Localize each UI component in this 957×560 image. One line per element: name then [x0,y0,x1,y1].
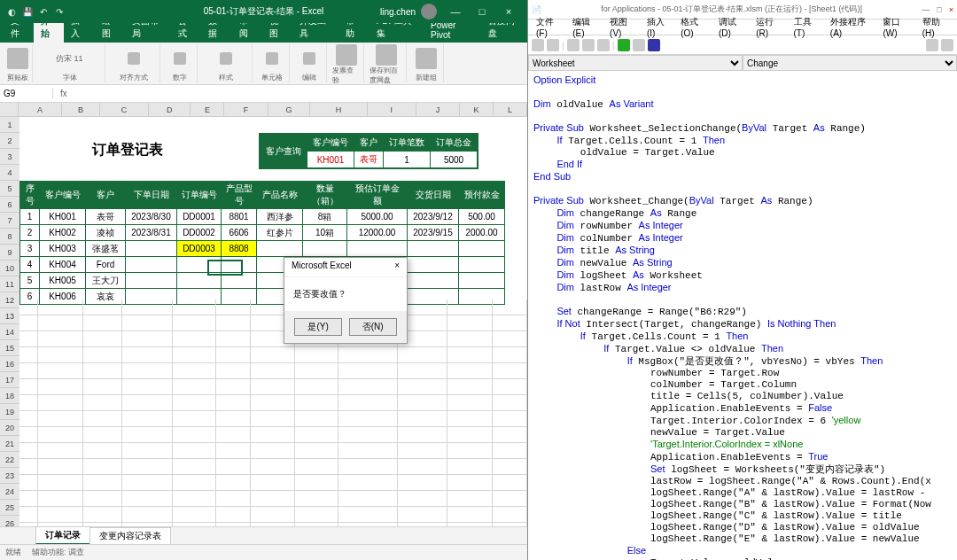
vba-tool-icon[interactable] [926,39,938,51]
camera-icon[interactable] [416,48,437,69]
workbook-title: 05-01-订单登记表-结果 - Excel [204,5,324,18]
status-accessibility: 辅助功能: 调查 [32,547,84,558]
minimize-button[interactable]: — [442,0,469,23]
query-box: 客户查询 客户编号 客户 订单笔数 订单总金 KH001 表哥 1 5000 [259,133,478,169]
close-button[interactable]: × [495,0,522,23]
save-icon[interactable]: 💾 [21,5,34,18]
cells-icon[interactable] [266,52,278,65]
vba-tool2-icon[interactable] [941,39,953,51]
vba-toolbar: | | [528,35,957,55]
vba-stop-icon[interactable] [648,39,660,51]
vba-title: for Applications - 05-01-订单登记表-结果.xlsm (… [541,4,922,15]
fx-icon[interactable]: fx [53,89,74,98]
table-row[interactable]: 3KH003张盛茗DD00038808 [20,241,505,257]
paste-icon[interactable] [7,48,28,69]
vba-minimize-button[interactable]: — [922,5,930,14]
vba-code-editor[interactable]: Option Explicit Dim oldValue As Variant … [528,71,957,560]
msgbox-close-icon[interactable]: × [394,261,400,274]
edit-icon[interactable] [303,52,315,65]
vba-close-button[interactable]: × [949,5,953,14]
data-table[interactable]: 序号客户编号客户下单日期订单编号产品型号产品名称数量（箱）预估订单金额交货日期预… [19,181,505,305]
user-avatar-icon[interactable] [421,4,437,19]
msgbox-body: 是否要改值？ [284,277,407,311]
font-name-input[interactable]: 仿宋 [56,53,72,65]
number-icon[interactable] [174,52,186,65]
table-row[interactable]: 1KH001表哥2023/8/30DD00018801西洋参8箱5000.002… [20,209,505,225]
vba-copy-icon[interactable] [582,39,595,51]
table-row[interactable]: 5KH005王大刀 [20,273,505,289]
vba-save-icon[interactable] [547,39,559,51]
align-icon[interactable] [128,52,140,65]
excel-titlebar: ◐ 💾 ↶ ↷ 05-01-订单登记表-结果 - Excel ling.chen… [0,0,527,23]
msgbox-no-button[interactable]: 否(N) [349,318,397,336]
msgbox-dialog: Microsoft Excel × 是否要改值？ 是(Y) 否(N) [284,257,408,344]
vba-cut-icon[interactable] [567,39,580,51]
table-row[interactable]: 4KH004Ford [20,257,505,273]
undo-icon[interactable]: ↶ [37,5,50,18]
invoice-icon[interactable] [336,44,357,66]
ribbon: 剪贴板 仿宋11字体 对齐方式 数字 样式 单元格 编辑 发票查验 保存到百度网… [0,43,527,85]
vba-run-icon[interactable] [618,39,630,51]
sheet-tab-changelog[interactable]: 变更内容记录表 [89,527,171,545]
ribbon-tabs: 文件 开始 插入 绘图 页面布局 公式 数据 审阅 视图 开发工具 帮助 PDF… [0,23,527,43]
styles-icon[interactable] [220,52,232,65]
maximize-button[interactable]: □ [469,0,495,23]
name-box[interactable]: G9 [0,89,53,98]
vba-view-icon[interactable] [532,39,544,51]
user-name[interactable]: ling.chen [380,7,416,17]
vba-menubar: 文件(F)编辑(E)视图(V)插入(I)格式(O)调试(D)运行(R)工具(T)… [528,19,957,35]
sheet-title: 订单登记表 [39,138,216,161]
status-bar: 就绪 辅助功能: 调查 [0,544,527,560]
redo-icon[interactable]: ↷ [53,5,66,18]
msgbox-title: Microsoft Excel [292,261,352,274]
sheet-tab-orders[interactable]: 订单记录 [35,526,90,545]
vba-object-selector: Worksheet Change [528,55,957,71]
vba-procedure-dropdown[interactable]: Change [743,55,957,71]
vba-object-dropdown[interactable]: Worksheet [528,55,743,71]
table-row[interactable]: 2KH002凌祯2023/8/31DD00026606红参片10箱12000.0… [20,225,505,241]
autosave-toggle[interactable]: ◐ [5,5,18,18]
vba-pause-icon[interactable] [633,39,645,51]
excel-window: ◐ 💾 ↶ ↷ 05-01-订单登记表-结果 - Excel ling.chen… [0,0,528,560]
vba-paste-icon[interactable] [597,39,610,51]
vba-editor-window: 📄 for Applications - 05-01-订单登记表-结果.xlsm… [528,0,957,560]
formula-bar: G9 fx [0,85,527,103]
sheet-tabs: 订单记录 变更内容记录表 [0,526,527,544]
status-ready: 就绪 [5,547,21,558]
vba-app-icon: 📄 [532,5,541,14]
baidu-save-icon[interactable] [376,44,397,66]
font-size-input[interactable]: 11 [74,54,82,63]
vba-maximize-button[interactable]: □ [937,5,941,14]
spreadsheet-grid[interactable]: ABCDEFGHIJKL 123456789101112131415161718… [0,103,527,526]
query-label: 客户查询 [261,135,307,168]
msgbox-yes-button[interactable]: 是(Y) [294,318,341,336]
